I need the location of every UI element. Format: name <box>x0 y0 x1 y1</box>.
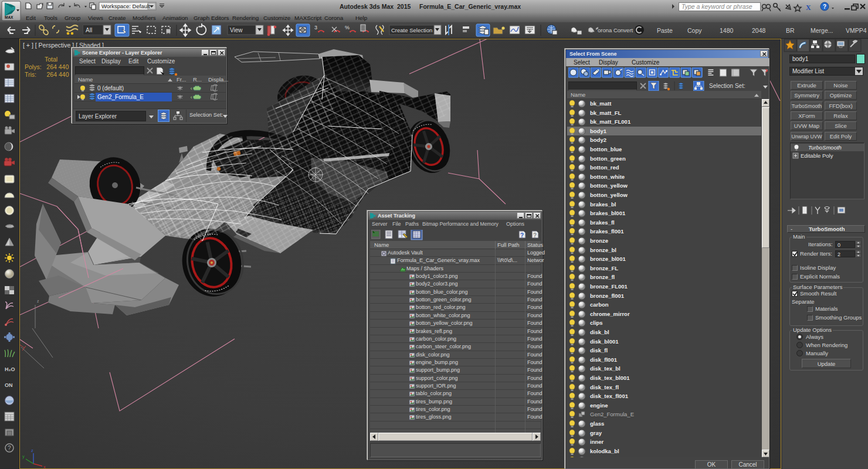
svg-text:Create Selection Se: Create Selection Se <box>391 27 441 33</box>
svg-text:z: z <box>31 448 33 453</box>
svg-text:All: All <box>86 27 92 33</box>
svg-text:X: X <box>806 4 811 12</box>
svg-text:y: y <box>22 454 25 459</box>
svg-text:View: View <box>230 27 243 33</box>
svg-text:?: ? <box>533 232 537 239</box>
svg-text:?: ? <box>520 232 524 239</box>
svg-text:z: z <box>37 299 39 303</box>
svg-text:3: 3 <box>314 25 317 30</box>
svg-text:%: % <box>345 25 350 30</box>
svg-text:?: ? <box>823 4 826 10</box>
svg-text:?: ? <box>8 445 11 451</box>
svg-text:Workspace: Default: Workspace: Default <box>101 3 150 9</box>
svg-text:x: x <box>43 464 46 468</box>
svg-text:ON: ON <box>5 382 13 388</box>
svg-text:H₂O: H₂O <box>5 366 15 372</box>
svg-text:MAX: MAX <box>5 15 13 19</box>
